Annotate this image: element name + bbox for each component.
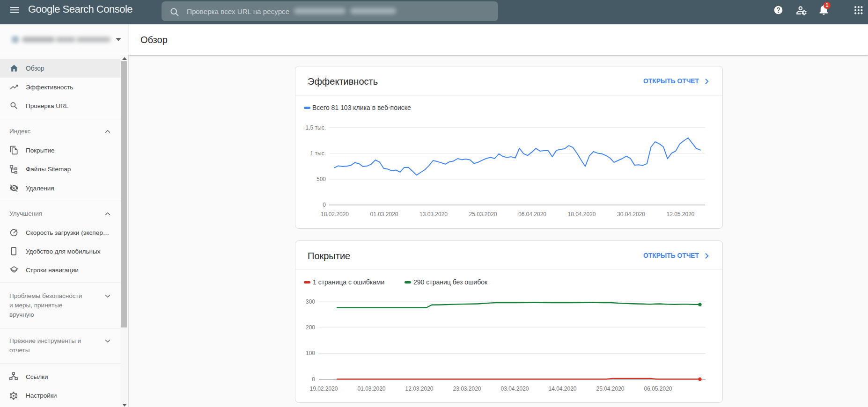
svg-text:13.03.2020: 13.03.2020	[419, 211, 448, 218]
svg-text:0: 0	[323, 202, 326, 208]
svg-text:06.05.2020: 06.05.2020	[644, 385, 672, 392]
svg-text:1 тыс.: 1 тыс.	[310, 150, 326, 157]
svg-text:06.04.2020: 06.04.2020	[518, 211, 546, 218]
svg-text:500: 500	[316, 176, 326, 182]
svg-text:18.02.2020: 18.02.2020	[321, 211, 349, 218]
svg-text:12.03.2020: 12.03.2020	[405, 385, 433, 392]
svg-text:03.04.2020: 03.04.2020	[500, 385, 529, 392]
svg-text:200: 200	[306, 324, 315, 331]
svg-text:14.04.2020: 14.04.2020	[548, 385, 576, 392]
svg-text:0: 0	[312, 376, 315, 383]
svg-text:100: 100	[306, 350, 315, 356]
svg-text:01.03.2020: 01.03.2020	[370, 211, 398, 218]
svg-text:19.02.2020: 19.02.2020	[309, 385, 338, 392]
svg-text:25.04.2020: 25.04.2020	[596, 385, 624, 392]
svg-text:25.03.2020: 25.03.2020	[469, 211, 497, 218]
svg-text:23.03.2020: 23.03.2020	[453, 385, 481, 392]
svg-text:12.05.2020: 12.05.2020	[666, 211, 694, 218]
svg-text:300: 300	[306, 298, 315, 305]
svg-text:1,5 тыс.: 1,5 тыс.	[306, 124, 326, 131]
svg-text:01.03.2020: 01.03.2020	[357, 385, 385, 392]
svg-text:18.04.2020: 18.04.2020	[567, 211, 596, 218]
svg-text:30.04.2020: 30.04.2020	[617, 211, 645, 218]
